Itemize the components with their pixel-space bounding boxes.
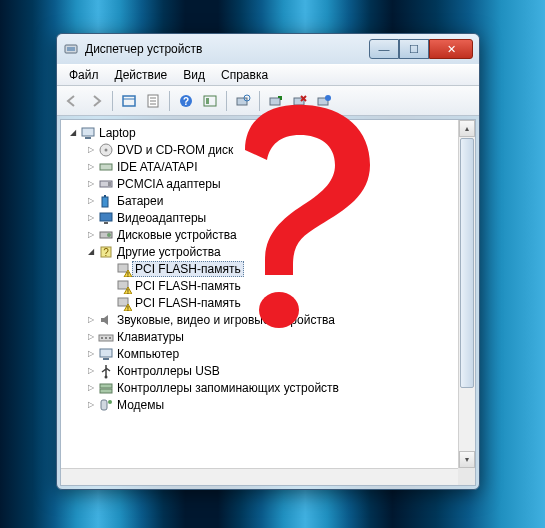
horizontal-scrollbar[interactable] bbox=[61, 468, 458, 485]
node-label: Другие устройства bbox=[117, 245, 221, 259]
tree-node-pci3[interactable]: ! PCI FLASH-память bbox=[63, 294, 473, 311]
svg-text:!: ! bbox=[127, 304, 129, 311]
tree-node-disks[interactable]: Дисковые устройства bbox=[63, 226, 473, 243]
properties-button[interactable] bbox=[142, 90, 164, 112]
tree-node-pci2[interactable]: ! PCI FLASH-память bbox=[63, 277, 473, 294]
help-button[interactable]: ? bbox=[175, 90, 197, 112]
tree-node-keyboards[interactable]: Клавиатуры bbox=[63, 328, 473, 345]
svg-rect-54 bbox=[101, 400, 107, 410]
expander-icon[interactable] bbox=[85, 144, 97, 156]
svg-rect-21 bbox=[85, 137, 91, 139]
tree-node-modems[interactable]: Модемы bbox=[63, 396, 473, 413]
svg-rect-53 bbox=[100, 389, 112, 393]
svg-rect-10 bbox=[204, 96, 216, 106]
expander-icon[interactable] bbox=[85, 399, 97, 411]
svg-rect-20 bbox=[82, 128, 94, 136]
tree-node-ide[interactable]: IDE ATA/ATAPI bbox=[63, 158, 473, 175]
menu-view[interactable]: Вид bbox=[175, 66, 213, 84]
menu-help[interactable]: Справка bbox=[213, 66, 276, 84]
svg-rect-26 bbox=[108, 182, 111, 186]
expander-icon[interactable] bbox=[85, 348, 97, 360]
expander-icon[interactable] bbox=[85, 195, 97, 207]
tree-node-dvd[interactable]: DVD и CD-ROM диск bbox=[63, 141, 473, 158]
warning-device-icon: ! bbox=[116, 278, 132, 294]
titlebar[interactable]: Диспетчер устройств — ☐ ✕ bbox=[57, 34, 479, 64]
toolbar: ? bbox=[57, 86, 479, 116]
svg-point-19 bbox=[325, 95, 331, 101]
minimize-button[interactable]: — bbox=[369, 39, 399, 59]
tree-node-audio[interactable]: Звуковые, видео и игровые устройства bbox=[63, 311, 473, 328]
node-label: Laptop bbox=[99, 126, 136, 140]
storage-icon bbox=[98, 380, 114, 396]
scroll-thumb[interactable] bbox=[460, 138, 474, 388]
node-label: Видеоадаптеры bbox=[117, 211, 206, 225]
svg-rect-2 bbox=[123, 96, 135, 106]
expander-icon[interactable] bbox=[85, 382, 97, 394]
tree-node-video[interactable]: Видеоадаптеры bbox=[63, 209, 473, 226]
node-label: PCMCIA адаптеры bbox=[117, 177, 221, 191]
expander-icon[interactable] bbox=[85, 178, 97, 190]
expander-icon[interactable] bbox=[85, 314, 97, 326]
scroll-up-button[interactable]: ▴ bbox=[459, 120, 475, 137]
tree-panel: Laptop DVD и CD-ROM диск IDE ATA/ATAPI P… bbox=[60, 119, 476, 486]
expander-icon[interactable] bbox=[67, 127, 79, 139]
back-button[interactable] bbox=[61, 90, 83, 112]
svg-rect-48 bbox=[109, 337, 111, 339]
tree-node-batteries[interactable]: Батареи bbox=[63, 192, 473, 209]
svg-rect-46 bbox=[101, 337, 103, 339]
ide-icon bbox=[98, 159, 114, 175]
svg-rect-24 bbox=[100, 164, 112, 170]
node-label: Звуковые, видео и игровые устройства bbox=[117, 313, 335, 327]
node-label: Контроллеры запоминающих устройств bbox=[117, 381, 339, 395]
scan-button[interactable] bbox=[232, 90, 254, 112]
action-button[interactable] bbox=[199, 90, 221, 112]
expander-icon[interactable] bbox=[85, 161, 97, 173]
svg-point-23 bbox=[105, 148, 108, 151]
forward-button[interactable] bbox=[85, 90, 107, 112]
svg-rect-14 bbox=[270, 98, 280, 105]
svg-rect-52 bbox=[100, 384, 112, 388]
expander-icon[interactable] bbox=[85, 229, 97, 241]
show-hide-button[interactable] bbox=[118, 90, 140, 112]
battery-icon bbox=[98, 193, 114, 209]
close-button[interactable]: ✕ bbox=[429, 39, 473, 59]
menu-action[interactable]: Действие bbox=[107, 66, 176, 84]
expander-icon[interactable] bbox=[85, 212, 97, 224]
menu-file[interactable]: Файл bbox=[61, 66, 107, 84]
device-tree[interactable]: Laptop DVD и CD-ROM диск IDE ATA/ATAPI P… bbox=[61, 120, 475, 417]
svg-rect-27 bbox=[102, 197, 108, 207]
node-label: Модемы bbox=[117, 398, 164, 412]
node-label: DVD и CD-ROM диск bbox=[117, 143, 233, 157]
window-controls: — ☐ ✕ bbox=[369, 39, 473, 59]
svg-rect-28 bbox=[104, 195, 106, 197]
vertical-scrollbar[interactable]: ▴ ▾ bbox=[458, 120, 475, 468]
scrollbar-corner bbox=[458, 468, 475, 485]
tree-node-pcmcia[interactable]: PCMCIA адаптеры bbox=[63, 175, 473, 192]
unknown-icon: ? bbox=[98, 244, 114, 260]
node-label: Дисковые устройства bbox=[117, 228, 237, 242]
display-icon bbox=[98, 210, 114, 226]
expander-spacer bbox=[103, 263, 115, 275]
tree-node-other[interactable]: ? Другие устройства bbox=[63, 243, 473, 260]
svg-point-51 bbox=[105, 375, 108, 378]
tree-node-usb[interactable]: Контроллеры USB bbox=[63, 362, 473, 379]
expander-icon[interactable] bbox=[85, 246, 97, 258]
expander-icon[interactable] bbox=[85, 331, 97, 343]
uninstall-button[interactable] bbox=[289, 90, 311, 112]
node-label: Компьютер bbox=[117, 347, 179, 361]
tree-node-storage[interactable]: Контроллеры запоминающих устройств bbox=[63, 379, 473, 396]
scroll-down-button[interactable]: ▾ bbox=[459, 451, 475, 468]
update-button[interactable] bbox=[265, 90, 287, 112]
expander-icon[interactable] bbox=[85, 365, 97, 377]
maximize-button[interactable]: ☐ bbox=[399, 39, 429, 59]
node-label: Контроллеры USB bbox=[117, 364, 220, 378]
usb-icon bbox=[98, 363, 114, 379]
node-label: IDE ATA/ATAPI bbox=[117, 160, 197, 174]
enable-button[interactable] bbox=[313, 90, 335, 112]
app-icon bbox=[63, 41, 79, 57]
tree-node-pci1[interactable]: ! PCI FLASH-память bbox=[63, 260, 473, 277]
tree-root[interactable]: Laptop bbox=[63, 124, 473, 141]
pcmcia-icon bbox=[98, 176, 114, 192]
tree-node-computer[interactable]: Компьютер bbox=[63, 345, 473, 362]
keyboard-icon bbox=[98, 329, 114, 345]
